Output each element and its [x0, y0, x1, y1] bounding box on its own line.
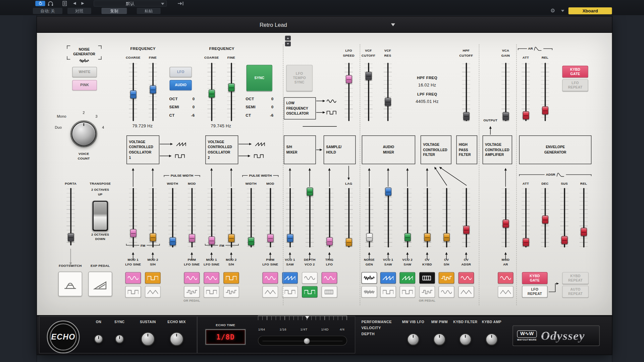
- slider-cv-kybd[interactable]: [423, 188, 432, 248]
- mix-noise-wave-1[interactable]: [362, 272, 377, 284]
- vco2-coarse-handle[interactable]: [208, 89, 214, 98]
- mix-vco1-wave-2[interactable]: [380, 286, 396, 297]
- cv-kybd-handle[interactable]: [424, 233, 430, 241]
- adsr-att-handle[interactable]: [523, 238, 529, 246]
- slider-vcf-res[interactable]: [383, 63, 392, 121]
- mix-vco1-saw-handle[interactable]: [385, 188, 391, 196]
- slider-vco1-fine[interactable]: [148, 63, 157, 121]
- adsr-lfo-repeat-button[interactable]: LFOREPEAT: [522, 286, 547, 298]
- slider-mix-vco2-saw[interactable]: [403, 188, 412, 248]
- echo-sync-knob[interactable]: [115, 335, 124, 344]
- slider-vco1-fm-mod1[interactable]: [128, 188, 138, 248]
- slider-vco1-pw-mod[interactable]: [187, 188, 196, 248]
- cv-adsr-handle[interactable]: [463, 226, 469, 234]
- vco1-mod2-wave-1[interactable]: [145, 272, 161, 284]
- slider-ar-att[interactable]: [521, 63, 530, 121]
- vco1-coarse-handle[interactable]: [130, 90, 136, 98]
- slider-mix-noise[interactable]: [365, 188, 374, 248]
- insert-icon[interactable]: [177, 1, 184, 6]
- slider-vco1-coarse[interactable]: [128, 63, 138, 121]
- sh-depth-wave-1[interactable]: [302, 272, 318, 284]
- ar-lfo-repeat-button[interactable]: LFOREPEAT: [562, 79, 588, 91]
- footswitch-button[interactable]: [58, 272, 82, 296]
- kybd-filter-knob[interactable]: [459, 333, 472, 346]
- slider-mod-ar[interactable]: [501, 188, 510, 248]
- slider-vco2-pw-width[interactable]: [247, 188, 256, 248]
- vca-gain-handle[interactable]: [502, 112, 508, 120]
- white-noise-button[interactable]: WHITE: [72, 67, 97, 77]
- slider-vco1-pw-width[interactable]: [168, 188, 177, 248]
- slider-vca-gain[interactable]: [501, 63, 510, 121]
- vco1-mod2-wave-2[interactable]: [145, 286, 161, 297]
- vco2-mod1-wave-1[interactable]: [204, 272, 219, 284]
- copy-button[interactable]: 复制: [101, 8, 127, 14]
- sh-trig-wave-2[interactable]: [322, 286, 337, 297]
- slider-mix-vco1-saw[interactable]: [384, 188, 393, 248]
- slider-hpf-cutoff[interactable]: [462, 63, 471, 121]
- vco2-pw-mod-handle[interactable]: [267, 234, 273, 242]
- echo-time-slider-handle[interactable]: [304, 338, 310, 344]
- slider-vco1-fm-mod2[interactable]: [148, 188, 157, 248]
- mix-noise-wave-2[interactable]: [362, 286, 377, 297]
- slider-vco2-coarse[interactable]: [207, 63, 216, 121]
- cv-kybd-wave-2[interactable]: [419, 286, 435, 297]
- vcf-cutoff-handle[interactable]: [365, 72, 371, 80]
- vco2-mod2-wave-2[interactable]: [223, 286, 239, 297]
- slider-adsr-att[interactable]: [521, 188, 530, 248]
- vco2-pw-width-handle[interactable]: [248, 237, 254, 245]
- slider-sh-trig-lfo[interactable]: [325, 188, 334, 248]
- slider-cv-sh[interactable]: [442, 188, 451, 248]
- vco2-mod2-wave-1[interactable]: [223, 272, 239, 284]
- slider-lag[interactable]: [344, 188, 353, 248]
- vco1-fine-handle[interactable]: [150, 85, 156, 94]
- adsr-kybd-gate-button[interactable]: KYBDGATE: [522, 272, 547, 284]
- compare-button[interactable]: 对照: [67, 8, 91, 14]
- slider-adsr-sus[interactable]: [560, 188, 569, 248]
- cv-kybd-wave-1[interactable]: [419, 272, 435, 284]
- hpf-cutoff-handle[interactable]: [463, 112, 469, 120]
- lfo-tempo-sync-button[interactable]: LFOTEMPOSYNC: [286, 65, 312, 91]
- mod-ar-wave-2[interactable]: [498, 286, 514, 297]
- vco2-pwm-wave-1[interactable]: [262, 272, 278, 284]
- cv-adsr-wave-2[interactable]: [459, 286, 474, 297]
- vco1-fm-mod2-handle[interactable]: [150, 233, 156, 241]
- power-button[interactable]: [35, 1, 45, 6]
- mw-vib-lfo-knob[interactable]: [407, 333, 419, 346]
- cv-sh-wave-1[interactable]: [439, 272, 454, 284]
- daw-preset-select[interactable]: 默认: [94, 0, 167, 6]
- vco2-mod1-wave-2[interactable]: [204, 286, 219, 297]
- slider-porta[interactable]: [66, 188, 75, 245]
- adsr-sus-handle[interactable]: [561, 236, 567, 244]
- slider-adsr-dec[interactable]: [540, 188, 549, 248]
- sh-vco1-wave-1[interactable]: [282, 272, 298, 284]
- mix-vco1-wave-1[interactable]: [380, 272, 396, 284]
- ar-rel-handle[interactable]: [542, 106, 548, 114]
- slider-vco2-fine[interactable]: [227, 63, 236, 121]
- echo-mix-knob[interactable]: [170, 332, 184, 346]
- vco1-audio-range-button[interactable]: AUDIO: [170, 80, 192, 90]
- echo-sustain-knob[interactable]: [141, 332, 155, 346]
- cv-sh-wave-2[interactable]: [439, 286, 454, 297]
- paste-button[interactable]: 粘贴: [137, 8, 161, 14]
- slider-vcf-cutoff[interactable]: [364, 63, 373, 121]
- automation-chip[interactable]: 自动: 关: [33, 8, 62, 14]
- slider-ar-rel[interactable]: [540, 63, 549, 121]
- lag-handle[interactable]: [345, 238, 352, 246]
- sh-vco1-wave-2[interactable]: [282, 286, 298, 297]
- next-preset-icon[interactable]: ▶: [81, 0, 84, 6]
- prev-preset-icon[interactable]: ◀: [73, 0, 76, 6]
- adsr-rel-handle[interactable]: [581, 228, 587, 236]
- slider-vco2-fm-mod1[interactable]: [207, 188, 216, 248]
- cv-sh-handle[interactable]: [443, 233, 449, 241]
- mix-vco2-wave-2[interactable]: [399, 286, 415, 297]
- sh-trig-lfo-handle[interactable]: [326, 237, 332, 245]
- vco1-pwm-wave-2[interactable]: [184, 286, 200, 297]
- vco1-fm-mod1-handle[interactable]: [130, 229, 136, 237]
- sh-vco1-saw-handle[interactable]: [287, 234, 293, 242]
- adsr-dec-handle[interactable]: [542, 216, 548, 224]
- event-list-icon[interactable]: [62, 1, 67, 6]
- slider-sh-depth-vco2[interactable]: [305, 188, 314, 248]
- mix-vco2-saw-handle[interactable]: [405, 233, 411, 241]
- vco1-mod1-wave-2[interactable]: [125, 286, 141, 297]
- exp-pedal-button[interactable]: [88, 272, 112, 296]
